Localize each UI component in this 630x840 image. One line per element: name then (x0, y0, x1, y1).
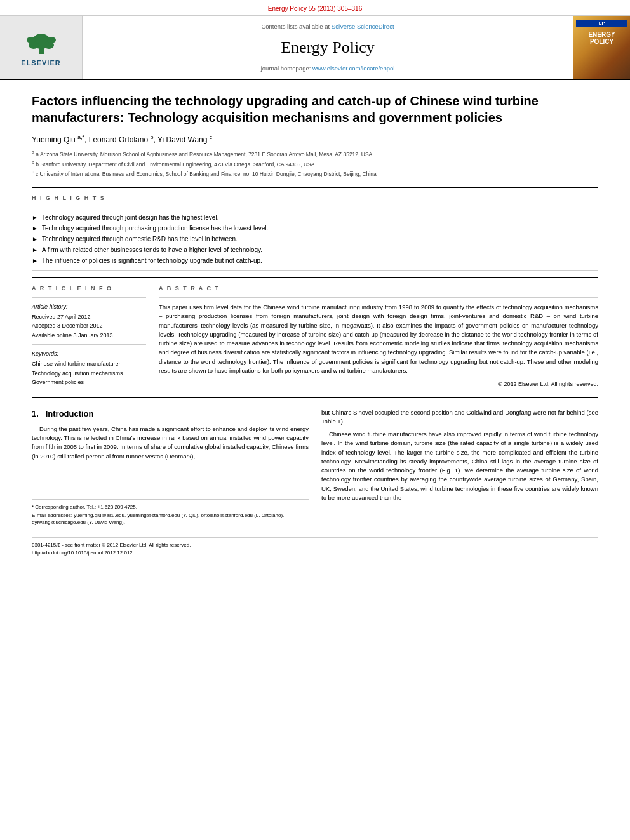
arrow-icon-5: ► (32, 257, 38, 265)
divider-highlights-bottom (32, 270, 598, 271)
affiliations: a a Arizona State University, Morrison S… (32, 149, 598, 178)
intro-right-para: but China's Sinovel occupied the second … (321, 408, 598, 427)
footer-left: 0301-4215/$ - see front matter © 2012 El… (32, 542, 191, 557)
online-date: Available online 3 January 2013 (32, 331, 146, 340)
elsevier-logo-box: ELSEVIER (0, 16, 83, 79)
abstract-text: This paper uses firm level data for the … (159, 303, 598, 375)
journal-title-section: Contents lists available at SciVerse Sci… (83, 16, 573, 79)
homepage-link[interactable]: www.elsevier.com/locate/enpol (312, 65, 394, 72)
divider-3 (32, 397, 598, 398)
divider-highlights-top (32, 208, 598, 208)
article-title: Factors influencing the technology upgra… (32, 93, 598, 126)
main-content: Factors influencing the technology upgra… (0, 80, 630, 570)
highlight-item-5: ► The influence of policies is significa… (32, 257, 598, 265)
intro-two-col: 1. Introduction During the past few year… (32, 408, 598, 528)
copyright-line: © 2012 Elsevier Ltd. All rights reserved… (159, 380, 598, 389)
svg-point-4 (27, 37, 36, 43)
elsevier-wordmark: ELSEVIER (21, 58, 60, 68)
abstract-column: A B S T R A C T This paper uses firm lev… (159, 284, 598, 389)
keyword-3: Government policies (32, 378, 146, 387)
authors-line: Yueming Qiu a,*, Leonard Ortolano b, Yi … (32, 133, 598, 145)
arrow-icon-4: ► (32, 246, 38, 255)
article-info-column: A R T I C L E I N F O Article history: R… (32, 284, 146, 389)
keyword-2: Technology acquisition mechanisms (32, 370, 146, 378)
top-banner: ELSEVIER Contents lists available at Sci… (0, 15, 630, 80)
page-footer: 0301-4215/$ - see front matter © 2012 El… (32, 537, 598, 557)
divider-1 (32, 187, 598, 188)
journal-homepage: journal homepage: www.elsevier.com/locat… (261, 64, 395, 72)
accepted-date: Accepted 3 December 2012 (32, 322, 146, 330)
arrow-icon-2: ► (32, 224, 38, 233)
energy-flag: EP (576, 20, 627, 27)
introduction-section: 1. Introduction During the past few year… (32, 408, 598, 528)
intro-left-col: 1. Introduction During the past few year… (32, 408, 309, 528)
abstract-header: A B S T R A C T (159, 284, 598, 293)
received-date: Received 27 April 2012 (32, 313, 146, 321)
contents-line: Contents lists available at SciVerse Sci… (261, 22, 394, 30)
article-abstract-section: A R T I C L E I N F O Article history: R… (32, 284, 598, 389)
keywords-label: Keywords: (32, 350, 146, 358)
divider-abstract (159, 297, 598, 298)
intro-right-para-2: Chinese wind turbine manufacturers have … (321, 430, 598, 502)
article-history-label: Article history: (32, 303, 146, 311)
footer-doi: http://dx.doi.org/10.1016/j.enpol.2012.1… (32, 549, 191, 557)
footnote-section: * Corresponding author. Tel.: +1 623 209… (32, 499, 309, 526)
highlights-section: H I G H L I G H T S ► Technology acquire… (32, 194, 598, 271)
footer-issn: 0301-4215/$ - see front matter © 2012 El… (32, 542, 191, 549)
footnote-email: E-mail addresses: yueming.qiu@asu.edu, y… (32, 512, 309, 526)
energy-policy-logo-box: EP ENERGY POLICY (573, 16, 630, 79)
affiliation-a: a a Arizona State University, Morrison S… (32, 149, 598, 159)
energy-policy-words: ENERGY POLICY (588, 31, 615, 45)
highlight-item-4: ► A firm with related other businesses t… (32, 246, 598, 255)
highlights-header: H I G H L I G H T S (32, 194, 598, 203)
highlight-item-3: ► Technology acquired through domestic R… (32, 235, 598, 244)
arrow-icon-1: ► (32, 213, 38, 222)
svg-point-5 (47, 37, 56, 43)
intro-right-col: but China's Sinovel occupied the second … (321, 408, 598, 528)
keyword-1: Chinese wind turbine manufacturer (32, 360, 146, 368)
elsevier-tree-icon (16, 27, 67, 56)
article-info-header: A R T I C L E I N F O (32, 284, 146, 293)
section-title: 1. Introduction (32, 408, 309, 420)
affiliation-b: b b Stanford University, Department of C… (32, 159, 598, 169)
divider-keywords (32, 344, 146, 345)
highlight-item-2: ► Technology acquired through purchasing… (32, 224, 598, 233)
sciverse-link[interactable]: SciVerse ScienceDirect (332, 23, 394, 30)
highlight-item-1: ► Technology acquired through joint desi… (32, 213, 598, 222)
affiliation-c: c c University of International Business… (32, 169, 598, 178)
arrow-icon-3: ► (32, 235, 38, 244)
journal-header: Energy Policy 55 (2013) 305–316 (0, 0, 630, 15)
journal-citation: Energy Policy 55 (2013) 305–316 (268, 5, 362, 12)
footnote-corresponding: * Corresponding author. Tel.: +1 623 209… (32, 503, 309, 510)
intro-left-para: During the past few years, China has mad… (32, 425, 309, 461)
divider-info (32, 297, 146, 298)
journal-main-title: Energy Policy (281, 36, 375, 59)
divider-2 (32, 277, 598, 278)
